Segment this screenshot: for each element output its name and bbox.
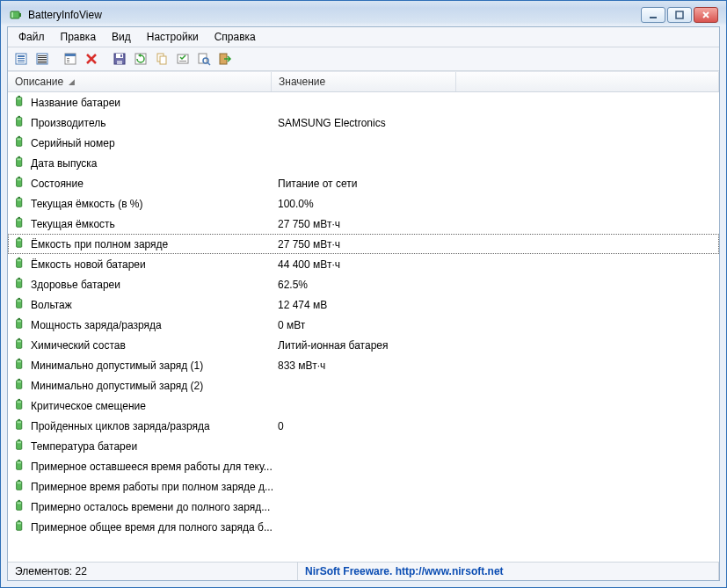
svg-rect-17 xyxy=(65,54,76,56)
battery-icon xyxy=(14,398,26,413)
status-credits: NirSoft Freeware. http://www.nirsoft.net xyxy=(298,563,719,580)
cell-description: Критическое смещение xyxy=(9,397,273,414)
toolbar-summary-view-icon[interactable] xyxy=(11,49,31,69)
cell-value xyxy=(273,486,457,488)
list-item[interactable]: Серийный номер xyxy=(8,133,719,153)
cell-value: 0 xyxy=(273,419,457,433)
toolbar-refresh-icon[interactable] xyxy=(131,49,150,69)
cell-description: Здоровье батареи xyxy=(9,276,273,293)
list-item[interactable]: Пройденных циклов заряда/разряда0 xyxy=(8,416,719,436)
battery-icon xyxy=(14,317,26,332)
battery-icon xyxy=(14,216,26,231)
cell-description: Минимально допустимый заряд (1) xyxy=(9,357,273,374)
list-item[interactable]: СостояниеПитание от сети xyxy=(8,173,719,193)
svg-rect-9 xyxy=(18,62,25,62)
list-item[interactable]: Примерное время работы при полном заряде… xyxy=(8,476,719,497)
battery-icon xyxy=(14,156,26,171)
list-item[interactable]: Вольтаж12 474 мВ xyxy=(8,294,719,315)
svg-rect-77 xyxy=(18,381,21,383)
cell-value xyxy=(273,405,457,407)
list-item[interactable]: ПроизводительSAMSUNG Electronics xyxy=(8,113,719,133)
battery-icon xyxy=(14,338,26,352)
list-item[interactable]: Название батареи xyxy=(8,92,719,113)
svg-rect-86 xyxy=(18,442,21,444)
menubar: Файл Правка Вид Настройки Справка xyxy=(8,27,719,47)
menu-view[interactable]: Вид xyxy=(105,29,138,45)
listview[interactable]: Описание ◢ Значение Название батареиПрои… xyxy=(8,71,719,562)
list-item[interactable]: Температура батареи xyxy=(8,436,719,456)
maximize-button[interactable] xyxy=(667,7,692,23)
cell-value: SAMSUNG Electronics xyxy=(273,116,457,130)
toolbar-options-icon[interactable] xyxy=(173,49,193,69)
list-item[interactable]: Критическое смещение xyxy=(8,396,719,416)
battery-icon xyxy=(14,135,26,150)
minimize-button[interactable] xyxy=(641,7,665,23)
svg-rect-37 xyxy=(18,116,20,118)
svg-rect-44 xyxy=(18,159,21,161)
svg-rect-38 xyxy=(18,119,21,120)
svg-rect-14 xyxy=(38,61,47,62)
svg-rect-68 xyxy=(18,321,21,323)
cell-value xyxy=(273,385,457,387)
cell-description: Температура батареи xyxy=(9,438,273,454)
toolbar-properties-icon[interactable] xyxy=(61,49,80,69)
menu-help[interactable]: Справка xyxy=(207,29,263,45)
list-item[interactable]: Минимально допустимый заряд (1)833 мВт·ч xyxy=(8,355,719,375)
svg-rect-23 xyxy=(117,61,122,64)
toolbar-exit-icon[interactable] xyxy=(215,49,235,69)
cell-description: Химический состав xyxy=(9,337,273,353)
toolbar-find-icon[interactable] xyxy=(194,49,214,69)
list-item[interactable]: Здоровье батареи62.5% xyxy=(8,274,719,294)
svg-rect-91 xyxy=(18,480,20,482)
close-button[interactable] xyxy=(694,7,718,23)
svg-rect-41 xyxy=(18,139,21,141)
cell-value: 0 мВт xyxy=(273,318,457,332)
cell-description: Пройденных циклов заряда/разряда xyxy=(9,417,273,434)
svg-rect-1 xyxy=(19,13,21,17)
toolbar-save-icon[interactable] xyxy=(110,49,129,69)
svg-rect-89 xyxy=(18,462,21,464)
svg-rect-82 xyxy=(18,419,20,421)
cell-description: Дата выпуска xyxy=(9,155,273,171)
column-description[interactable]: Описание ◢ xyxy=(8,72,272,91)
toolbar-log-view-icon[interactable] xyxy=(33,49,52,69)
svg-rect-95 xyxy=(18,503,21,505)
list-item[interactable]: Ёмкость при полном заряде27 750 мВт·ч xyxy=(8,234,719,254)
cell-description: Ёмкость новой батареи xyxy=(9,256,273,272)
svg-rect-64 xyxy=(18,298,20,300)
menu-options[interactable]: Настройки xyxy=(140,29,206,45)
titlebar[interactable]: BatteryInfoView xyxy=(7,7,720,26)
battery-icon xyxy=(14,378,26,393)
svg-rect-80 xyxy=(18,402,21,403)
cell-value: 44 400 мВт·ч xyxy=(273,258,457,272)
list-item[interactable]: Мощность заряда/разряда0 мВт xyxy=(8,315,719,335)
cell-description: Мощность заряда/разряда xyxy=(9,316,273,333)
list-item[interactable]: Текущая ёмкость (в %)100.0% xyxy=(8,193,719,214)
list-item[interactable]: Ёмкость новой батареи44 400 мВт·ч xyxy=(8,254,719,274)
column-value[interactable]: Значение xyxy=(272,72,456,91)
svg-rect-50 xyxy=(18,200,21,201)
list-item[interactable]: Примерное оставшееся время работы для те… xyxy=(8,456,719,476)
svg-rect-19 xyxy=(67,60,69,61)
list-item[interactable]: Минимально допустимый заряд (2) xyxy=(8,375,719,396)
menu-edit[interactable]: Правка xyxy=(54,29,104,45)
list-item[interactable]: Примерно осталось времени до полного зар… xyxy=(8,497,719,517)
menu-file[interactable]: Файл xyxy=(11,29,52,45)
listview-header: Описание ◢ Значение xyxy=(8,72,719,92)
svg-rect-73 xyxy=(18,359,20,360)
svg-rect-43 xyxy=(18,156,20,158)
cell-value xyxy=(273,526,457,528)
statusbar: Элементов: 22 NirSoft Freeware. http://w… xyxy=(8,562,719,580)
toolbar-clear-icon[interactable] xyxy=(82,49,101,69)
battery-icon xyxy=(14,115,26,130)
list-item[interactable]: Химический составЛитий-ионная батарея xyxy=(8,335,719,355)
list-item[interactable]: Текущая ёмкость27 750 мВт·ч xyxy=(8,214,719,234)
battery-icon xyxy=(14,277,26,292)
toolbar-copy-icon[interactable] xyxy=(152,49,171,69)
list-item[interactable]: Примерное общее время для полного заряда… xyxy=(8,517,719,537)
client-area: Файл Правка Вид Настройки Справка xyxy=(7,26,720,581)
svg-rect-88 xyxy=(18,460,20,461)
svg-rect-49 xyxy=(18,197,20,199)
list-item[interactable]: Дата выпуска xyxy=(8,153,719,173)
column-spacer[interactable] xyxy=(456,72,719,91)
